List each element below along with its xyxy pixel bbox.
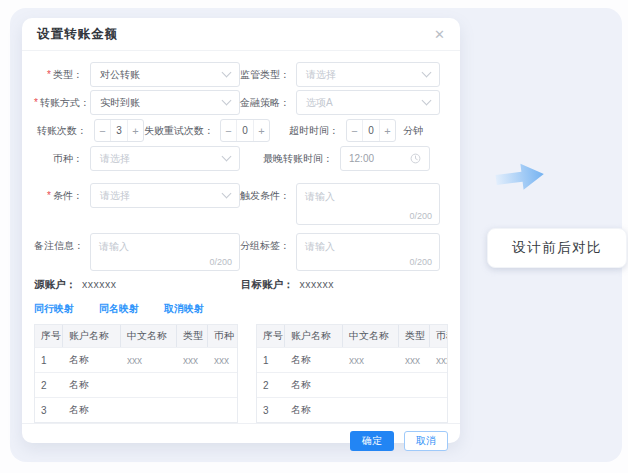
latest-time-input[interactable]: 12:00: [340, 146, 430, 171]
condition-label-text: 条件：: [53, 190, 83, 201]
required-mark: *: [47, 69, 51, 80]
cell: [343, 405, 399, 415]
accounts-row: 源账户： xxxxxx 目标账户： xxxxxx: [34, 278, 448, 292]
group-tag-label: 分组标签：: [240, 233, 296, 258]
clock-icon: [410, 153, 421, 164]
cell: 2: [257, 375, 285, 396]
table-row[interactable]: 1 名称 xxx xxx xxx: [257, 347, 447, 372]
mapping-links: 同行映射 同名映射 取消映射: [34, 302, 448, 316]
cell: 名称: [63, 348, 121, 372]
latest-time-label: 最晚转账时间：: [240, 146, 340, 171]
cell: [177, 405, 208, 415]
confirm-button[interactable]: 确定: [350, 431, 394, 451]
chevron-down-icon: [422, 96, 432, 106]
header-type: 类型: [177, 325, 208, 347]
chevron-down-icon: [422, 68, 432, 78]
remark-label: 备注信息：: [34, 233, 90, 258]
minus-button[interactable]: −: [95, 120, 110, 141]
currency-label: 币种：: [34, 146, 90, 171]
cell: 1: [257, 350, 285, 371]
supervision-type-select[interactable]: 请选择: [296, 62, 440, 87]
cell: 名称: [285, 348, 343, 372]
type-select[interactable]: 对公转账: [90, 62, 240, 87]
type-select-value: 对公转账: [100, 68, 140, 82]
header-currency: 币种: [208, 325, 237, 347]
condition-placeholder: 请选择: [100, 189, 130, 203]
cell: 3: [257, 400, 285, 421]
cell: [177, 380, 208, 390]
group-tag-counter: 0/200: [409, 257, 432, 267]
type-label-text: 类型：: [53, 69, 83, 80]
currency-select[interactable]: 请选择: [90, 146, 240, 171]
latest-time-value: 12:00: [349, 153, 374, 164]
cell: [208, 405, 237, 415]
minus-button[interactable]: −: [221, 120, 236, 141]
chevron-down-icon: [222, 96, 232, 106]
transfer-method-value: 实时到账: [100, 96, 140, 110]
table-row[interactable]: 3 名称: [35, 397, 237, 422]
cancel-mapping-link[interactable]: 取消映射: [164, 302, 204, 316]
table-row[interactable]: 2 名称: [257, 372, 447, 397]
plus-button[interactable]: +: [128, 120, 143, 141]
group-tag-textarea[interactable]: 请输入 0/200: [296, 233, 440, 271]
remark-placeholder: 请输入: [99, 241, 129, 252]
form-row-remark: 备注信息： 请输入 0/200 分组标签： 请输入 0/200: [34, 233, 448, 271]
form-row-counts: 转账次数： − 3 + 失败重试次数： − 0 + 超时时间： − 0 + 分钟: [34, 118, 448, 143]
retry-count-stepper[interactable]: − 0 +: [220, 119, 270, 142]
trigger-condition-textarea[interactable]: 请输入 0/200: [296, 183, 440, 225]
condition-select[interactable]: 请选择: [90, 183, 240, 208]
finance-strategy-select[interactable]: 选项A: [296, 90, 440, 115]
header-account-name: 账户名称: [63, 325, 121, 347]
timeout-unit: 分钟: [403, 124, 423, 138]
plus-button[interactable]: +: [254, 120, 269, 141]
required-mark: *: [47, 190, 51, 201]
header-chinese-name: 中文名称: [343, 325, 399, 347]
close-icon[interactable]: ✕: [434, 28, 445, 41]
finance-strategy-value: 选项A: [306, 96, 333, 110]
currency-placeholder: 请选择: [100, 152, 130, 166]
retry-count-value: 0: [236, 120, 254, 141]
transfer-count-value: 3: [110, 120, 128, 141]
transfer-count-label: 转账次数：: [34, 118, 94, 143]
cell: xxx: [430, 350, 447, 371]
modal-footer: 确定 取消: [22, 423, 460, 451]
transfer-settings-modal: 设置转账金额 ✕ *类型： 对公转账 监管类型： 请选择 *转账方式： 实时到账…: [22, 18, 460, 443]
cell: [208, 380, 237, 390]
table-row[interactable]: 3 名称: [257, 397, 447, 422]
supervision-type-label: 监管类型：: [240, 62, 296, 87]
cell: 名称: [63, 398, 121, 422]
trigger-condition-label: 触发条件：: [240, 183, 296, 208]
timeout-value: 0: [362, 120, 380, 141]
cell: [399, 405, 430, 415]
table-row[interactable]: 1 名称 xxx xxx xxx: [35, 347, 237, 372]
transfer-method-label: *转账方式：: [34, 90, 90, 115]
cell: 名称: [63, 373, 121, 397]
table-row[interactable]: 2 名称: [35, 372, 237, 397]
plus-button[interactable]: +: [380, 120, 395, 141]
transfer-count-stepper[interactable]: − 3 +: [94, 119, 144, 142]
remark-textarea[interactable]: 请输入 0/200: [90, 233, 240, 271]
transfer-method-select[interactable]: 实时到账: [90, 90, 240, 115]
header-chinese-name: 中文名称: [121, 325, 177, 347]
table-header-row: 序号 账户名称 中文名称 类型 币种: [35, 325, 237, 347]
cell: [121, 405, 177, 415]
cell: 2: [35, 375, 63, 396]
same-bank-mapping-link[interactable]: 同行映射: [34, 302, 74, 316]
target-account-label: 目标账户：: [241, 278, 294, 290]
cell: xxx: [121, 350, 177, 371]
chevron-down-icon: [222, 189, 232, 199]
cell: [121, 380, 177, 390]
arrow-right-icon: [491, 153, 549, 201]
timeout-stepper[interactable]: − 0 +: [346, 119, 396, 142]
minus-button[interactable]: −: [347, 120, 362, 141]
chevron-down-icon: [222, 68, 232, 78]
cancel-button[interactable]: 取消: [404, 431, 448, 451]
source-account-value: xxxxxx: [82, 278, 117, 290]
header-index: 序号: [257, 325, 285, 347]
header-account-name: 账户名称: [285, 325, 343, 347]
finance-strategy-label: 金融策略：: [240, 90, 296, 115]
target-account-value: xxxxxx: [299, 278, 334, 290]
same-name-mapping-link[interactable]: 同名映射: [99, 302, 139, 316]
form-row-method: *转账方式： 实时到账 金融策略： 选项A: [34, 90, 448, 115]
header-type: 类型: [399, 325, 430, 347]
